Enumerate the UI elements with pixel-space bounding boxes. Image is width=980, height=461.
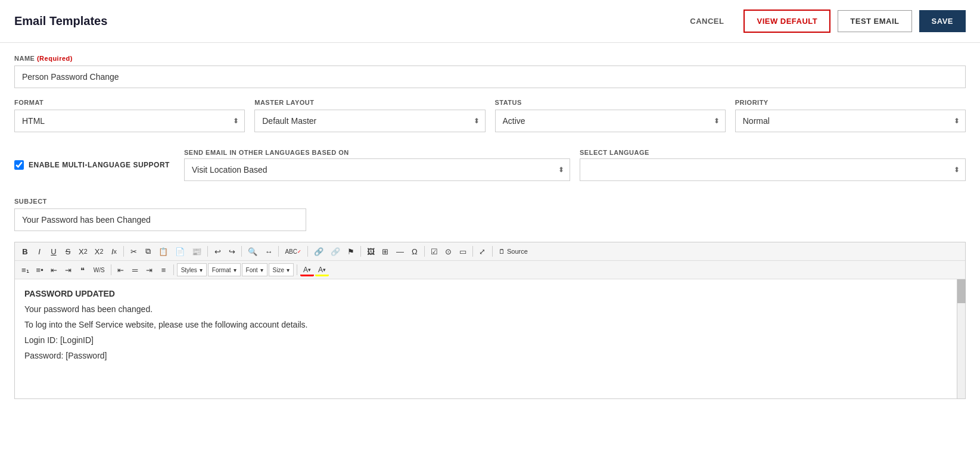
status-select-wrapper: Active Inactive ⬍ [495,110,726,132]
header-actions: CANCEL VIEW DEFAULT TEST EMAIL SAVE [677,10,966,33]
underline-button[interactable]: U [47,245,60,258]
indent-increase-button[interactable]: ⇥ [62,263,75,276]
select-language-select[interactable]: English Spanish French [580,158,966,181]
lang-selects: SEND EMAIL IN OTHER LANGUAGES BASED ON V… [184,149,966,181]
unordered-list-button[interactable]: ≡• [33,263,46,276]
checkbox-field-button[interactable]: ☑ [428,245,441,258]
toolbar-sep-10 [111,264,111,275]
name-field-group: NAME (Required) [14,55,966,88]
cut-button[interactable]: ✂ [127,245,140,258]
content-para2: To log into the Self Service website, pl… [24,320,953,329]
master-layout-select-wrapper: Default Master None ⬍ [254,110,485,132]
priority-select[interactable]: Normal High Low [735,110,966,132]
special-chars-button[interactable]: Ω [408,245,421,258]
priority-select-wrapper: Normal High Low ⬍ [735,110,966,132]
radio-field-button[interactable]: ⊙ [442,245,455,258]
subject-input[interactable] [14,208,306,231]
send-email-group: SEND EMAIL IN OTHER LANGUAGES BASED ON V… [184,149,570,181]
toolbar-sep-6 [360,246,361,257]
image-button[interactable]: 🖼 [364,245,378,258]
cancel-button[interactable]: CANCEL [677,10,736,32]
format-row: FORMAT HTML Text ⬍ MASTER LAYOUT Default… [14,99,966,132]
source-button[interactable]: 🗒 Source [496,245,531,258]
table-button[interactable]: ⊞ [379,245,392,258]
bold-button[interactable]: B [18,245,32,258]
maximize-button[interactable]: ⤢ [476,245,489,258]
save-button[interactable]: SAVE [919,10,966,32]
font-dropdown[interactable]: Font ▾ [242,263,267,276]
strikethrough-button[interactable]: S [61,245,74,258]
textbox-button[interactable]: ▭ [456,245,469,258]
special2-button[interactable]: W/S [91,263,108,276]
page-header: Email Templates CANCEL VIEW DEFAULT TEST… [0,0,980,43]
font-label: Font [246,267,258,273]
paste-text-button[interactable]: 📄 [172,245,188,258]
toolbar-sep-4 [278,246,279,257]
align-right-button[interactable]: ⇥ [143,263,156,276]
toolbar-sep-2 [207,246,208,257]
toolbar-sep-9 [492,246,493,257]
editor-area: PASSWORD UPDATED Your password has been … [15,279,965,398]
size-arrow: ▾ [287,267,290,273]
font-color-button[interactable]: A▾ [300,263,314,276]
editor-content[interactable]: PASSWORD UPDATED Your password has been … [15,279,965,398]
styles-dropdown[interactable]: Styles ▾ [177,263,207,276]
align-center-button[interactable]: ═ [129,263,142,276]
format-dropdown[interactable]: Format ▾ [208,263,241,276]
select-language-label: SELECT LANGUAGE [580,149,966,156]
toolbar-sep-11 [173,264,174,275]
format-arrow: ▾ [234,267,237,273]
find-button[interactable]: 🔍 [245,245,260,258]
priority-label: PRIORITY [735,99,966,106]
paste-word-button[interactable]: 📰 [189,245,204,258]
master-layout-select[interactable]: Default Master None [254,110,485,132]
name-required: (Required) [37,55,73,62]
align-left-button[interactable]: ⇤ [114,263,127,276]
undo-button[interactable]: ↩ [211,245,224,258]
format-select[interactable]: HTML Text [14,110,245,132]
format-label: FORMAT [14,99,245,106]
multi-lang-row: ENABLE MULTI-LANGUAGE SUPPORT SEND EMAIL… [14,143,966,187]
spellcheck-button[interactable]: ABC✓ [282,245,304,258]
clear-format-button[interactable]: Ix [107,245,120,258]
redo-button[interactable]: ↪ [225,245,238,258]
link-button[interactable]: 🔗 [311,245,326,258]
name-input[interactable] [14,66,966,88]
content-para4: Password: [Password] [24,351,953,360]
select-language-select-wrapper: English Spanish French ⬍ [580,158,966,181]
copy-button[interactable]: ⧉ [141,245,154,258]
page-title: Email Templates [14,14,107,28]
test-email-button[interactable]: TEST EMAIL [838,10,911,32]
hr-button[interactable]: — [393,245,407,258]
format-field: FORMAT HTML Text ⬍ [14,99,245,132]
editor-scrollbar-thumb[interactable] [957,279,966,303]
unlink-button[interactable]: 🔗 [328,245,343,258]
styles-label: Styles [181,267,197,273]
select-language-group: SELECT LANGUAGE English Spanish French ⬍ [580,149,966,181]
italic-button[interactable]: I [33,245,46,258]
size-label: Size [273,267,284,273]
size-dropdown[interactable]: Size ▾ [269,263,294,276]
paste-button[interactable]: 📋 [155,245,171,258]
content-para1: Your password has been changed. [24,304,953,314]
status-select[interactable]: Active Inactive [495,110,726,132]
status-label: STATUS [495,99,726,106]
view-default-button[interactable]: VIEW DEFAULT [743,10,830,33]
multi-lang-checkbox[interactable] [14,160,24,170]
align-justify-button[interactable]: ≡ [157,263,170,276]
superscript-button[interactable]: X2 [92,245,107,258]
ordered-list-button[interactable]: ≡₁ [18,263,32,276]
editor-scrollbar[interactable] [957,279,965,398]
replace-button[interactable]: ↔ [262,245,275,258]
multi-lang-label: ENABLE MULTI-LANGUAGE SUPPORT [29,161,170,169]
subscript-button[interactable]: X2 [76,245,91,258]
format-label: Format [212,267,231,273]
blockquote-button[interactable]: ❝ [76,263,89,276]
send-email-label: SEND EMAIL IN OTHER LANGUAGES BASED ON [184,149,570,156]
bg-color-button[interactable]: A▾ [315,263,329,276]
indent-decrease-button[interactable]: ⇤ [48,263,61,276]
anchor-button[interactable]: ⚑ [344,245,357,258]
format-select-wrapper: HTML Text ⬍ [14,110,245,132]
send-email-select[interactable]: Visit Location Based User Preference Bro… [184,158,570,181]
priority-field: PRIORITY Normal High Low ⬍ [735,99,966,132]
